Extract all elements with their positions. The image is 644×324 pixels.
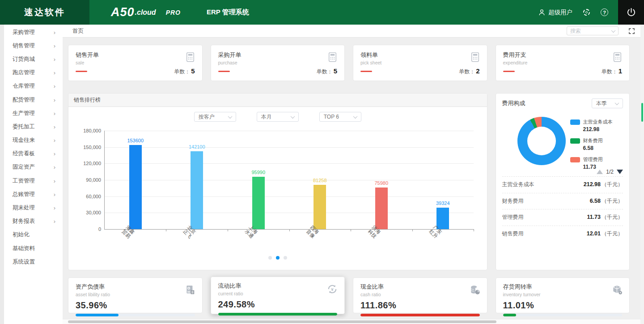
bar[interactable] [191, 151, 203, 229]
sales-rank-filters: 按客户本月TOP 6 [68, 112, 487, 122]
topbar: 首页 [63, 25, 644, 38]
stat-card-footer: 单数：2 [360, 67, 480, 76]
horizontal-scrollbar-thumb[interactable] [68, 320, 496, 323]
bar[interactable] [252, 177, 265, 229]
sidebar-item[interactable]: 系统设置 [0, 255, 63, 269]
stat-card-subtitle: sale [76, 60, 195, 65]
horizontal-scrollbar[interactable] [63, 320, 640, 324]
chart-filter-select[interactable]: TOP 6 [319, 112, 361, 122]
breadcrumb-home-tab[interactable]: 首页 [63, 27, 84, 35]
expense-list-row: 管理费用11.73（千元） [502, 209, 623, 226]
bar[interactable] [375, 188, 388, 229]
carousel-dot[interactable] [268, 256, 272, 260]
vertical-scrollbar-thumb[interactable] [641, 103, 643, 122]
sidebar-item-label: 配货管理 [13, 96, 35, 104]
sidebar-item-label: 基础资料 [13, 245, 35, 252]
chart-filter-select[interactable]: 本月 [257, 112, 299, 122]
sidebar-item[interactable]: 现金往来› [0, 134, 63, 147]
stat-card-subtitle: purchase [218, 60, 338, 65]
sidebar-item[interactable]: 订货商城› [0, 52, 63, 66]
accent-dash [360, 71, 372, 72]
ratio-card[interactable]: 流动比率current ratio¥249.58% [211, 277, 345, 314]
bar[interactable] [436, 208, 449, 229]
sidebar-item[interactable]: 仓库管理› [0, 80, 63, 93]
stat-card[interactable]: 采购开单purchase单数：5 [211, 45, 345, 81]
sidebar-item-label: 跑店管理 [13, 69, 35, 77]
carousel-dot[interactable] [276, 256, 280, 260]
carousel-dot[interactable] [284, 256, 287, 260]
vertical-scrollbar[interactable] [640, 25, 644, 324]
expense-list-row: 财务费用6.58（千元） [502, 193, 623, 209]
legend-label: 财务费用 [583, 137, 603, 144]
sidebar-item[interactable]: 初始化 [0, 228, 63, 242]
stat-card[interactable]: 销售开单sale单数：5 [68, 45, 203, 81]
sidebar-item[interactable]: 期末处理› [0, 201, 63, 214]
brand-name: A50 [111, 5, 135, 19]
calculator-icon [185, 51, 196, 64]
pager-down-icon[interactable] [617, 170, 623, 174]
pager-text: 1/2 [606, 169, 614, 175]
ratio-card[interactable]: 存货周转率inventory turnover11.01% [496, 277, 630, 313]
help-icon[interactable]: ? [601, 9, 608, 16]
chart-filter-select[interactable]: 按客户 [194, 112, 236, 122]
user-menu[interactable]: 超级用户 [538, 9, 572, 17]
accent-dash [503, 71, 515, 72]
ratio-card[interactable]: 资产负债率asset libility ratio35.96% [68, 277, 203, 313]
y-axis-tick-label: 60,000 [69, 194, 101, 199]
ratio-card-title: 存货周转率 [503, 283, 623, 291]
bar-value-label: 95990 [238, 170, 279, 175]
sidebar-item[interactable]: 基础资料 [0, 242, 63, 255]
search-input[interactable] [570, 28, 606, 34]
stat-card[interactable]: 领料单pick sheet单数：2 [353, 45, 487, 81]
donut-hole [527, 127, 556, 155]
sidebar-item[interactable]: 生产管理› [0, 107, 63, 120]
gear-icon[interactable] [583, 9, 590, 16]
sidebar-item[interactable]: 财务报表› [0, 215, 63, 228]
charts-row: 销售排行榜 按客户本月TOP 6 180,000150,000120,00090… [68, 93, 630, 270]
sidebar-item-label: 仓库管理 [13, 82, 35, 90]
fullscreen-icon[interactable] [628, 28, 635, 34]
sidebar-scrollbar[interactable] [0, 25, 4, 324]
sidebar-item[interactable]: 固定资产› [0, 161, 63, 174]
stat-card-footer: 单数：5 [218, 67, 338, 76]
sidebar-item[interactable]: 经营看板› [0, 147, 63, 161]
sidebar-item[interactable]: 配货管理› [0, 93, 63, 107]
legend-swatch [570, 119, 580, 125]
expense-title: 费用构成 [502, 99, 525, 107]
ratio-card[interactable]: 现金比率cash ratio111.86% [353, 277, 487, 313]
stat-card-title: 费用开支 [503, 51, 623, 59]
legend-entry[interactable]: 管理费用11.73 [570, 156, 613, 170]
chevron-right-icon: › [54, 29, 55, 36]
chevron-right-icon: › [54, 83, 55, 90]
bar[interactable] [129, 145, 142, 229]
chevron-right-icon: › [54, 110, 55, 117]
bar[interactable] [314, 185, 326, 229]
sidebar-item-label: 系统设置 [13, 258, 35, 266]
sidebar-item[interactable]: 跑店管理› [0, 66, 63, 80]
sidebar-item[interactable]: 工资管理› [0, 174, 63, 188]
ratio-card-title: 现金比率 [360, 283, 480, 291]
y-axis-tick-label: 180,000 [69, 128, 101, 133]
chart-filter-value: 本月 [261, 113, 272, 121]
sidebar-item[interactable]: 销售管理› [0, 39, 63, 52]
sidebar-item[interactable]: 总账管理› [0, 188, 63, 201]
chevron-right-icon: › [54, 205, 55, 211]
ratio-value: 35.96% [76, 300, 195, 311]
pager-up-icon[interactable] [597, 170, 603, 174]
sidebar-item[interactable]: 采购管理› [0, 26, 63, 39]
stat-card[interactable]: 费用开支expenditure单数：1 [496, 45, 630, 81]
sidebar-item-label: 财务报表 [13, 217, 35, 225]
legend-entry[interactable]: 主营业务成本212.98 [570, 119, 613, 132]
logout-power-button[interactable] [618, 0, 644, 25]
sidebar-item[interactable]: 委托加工› [0, 120, 63, 133]
user-name: 超级用户 [548, 9, 572, 17]
expense-period-select[interactable]: 本季 [592, 98, 623, 108]
header-actions: 超级用户 ? [538, 0, 618, 25]
legend-swatch [570, 157, 580, 162]
sidebar-item-label: 委托加工 [13, 123, 35, 131]
box-icon [611, 284, 623, 298]
legend-entry[interactable]: 财务费用6.58 [570, 137, 613, 151]
search-select[interactable] [567, 26, 619, 35]
sidebar-item-label: 期末处理 [13, 204, 35, 212]
sidebar-item-label: 现金往来 [13, 136, 35, 144]
